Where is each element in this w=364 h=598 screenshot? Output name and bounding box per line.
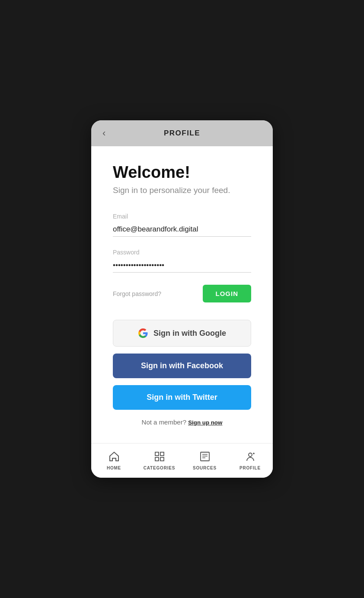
sources-icon	[199, 451, 211, 464]
phone-container: ‹ PROFILE Welcome! Sign in to personaliz…	[91, 120, 273, 478]
main-content: Welcome! Sign in to personalize your fee…	[91, 146, 273, 443]
welcome-subtitle: Sign in to personalize your feed.	[113, 185, 251, 196]
nav-sources-label: SOURCES	[193, 466, 217, 470]
signup-prompt-text: Not a member?	[142, 418, 186, 426]
email-input[interactable]	[113, 222, 251, 237]
profile-icon	[245, 451, 256, 464]
header-title: PROFILE	[100, 129, 264, 138]
facebook-signin-button[interactable]: Sign in with Facebook	[113, 354, 251, 378]
forgot-password-button[interactable]: Forgot password?	[113, 290, 161, 297]
signup-link-button[interactable]: Sign up now	[188, 419, 222, 426]
twitter-signin-label: Sign in with Twitter	[147, 393, 217, 402]
twitter-signin-button[interactable]: Sign in with Twitter	[113, 385, 251, 410]
facebook-signin-label: Sign in with Facebook	[141, 361, 223, 370]
password-input[interactable]	[113, 258, 251, 273]
header: ‹ PROFILE	[91, 120, 273, 146]
svg-rect-0	[155, 452, 159, 456]
bottom-nav: HOME CATEGORIES	[91, 443, 273, 478]
welcome-title: Welcome!	[113, 164, 251, 182]
google-signin-label: Sign in with Google	[153, 329, 226, 338]
google-signin-button[interactable]: Sign in with Google	[113, 320, 251, 347]
nav-sources[interactable]: SOURCES	[182, 444, 227, 478]
nav-profile[interactable]: PROFILE	[227, 444, 273, 478]
nav-categories-label: CATEGORIES	[144, 466, 175, 470]
svg-rect-3	[160, 457, 164, 461]
google-icon	[138, 328, 148, 338]
nav-profile-label: PROFILE	[239, 466, 261, 470]
password-label: Password	[113, 249, 251, 256]
nav-home[interactable]: HOME	[91, 444, 137, 478]
svg-rect-2	[155, 457, 159, 461]
login-button[interactable]: LOGIN	[203, 285, 252, 302]
email-label: Email	[113, 213, 251, 220]
svg-rect-4	[201, 452, 209, 461]
nav-home-label: HOME	[107, 466, 121, 470]
svg-point-8	[249, 453, 252, 457]
svg-rect-1	[160, 452, 164, 456]
home-icon	[109, 451, 120, 464]
nav-categories[interactable]: CATEGORIES	[137, 444, 182, 478]
categories-icon	[154, 451, 165, 464]
form-actions: Forgot password? LOGIN	[113, 285, 251, 302]
email-form-group: Email	[113, 213, 251, 237]
signup-prompt: Not a member? Sign up now	[113, 418, 251, 426]
password-form-group: Password	[113, 249, 251, 273]
back-button[interactable]: ‹	[99, 126, 109, 141]
